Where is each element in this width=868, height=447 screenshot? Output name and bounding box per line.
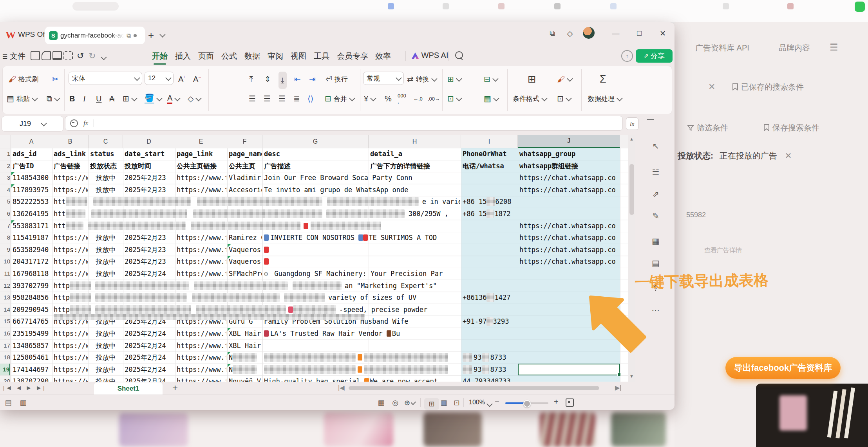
status-filter-chip[interactable]: 投放状态: 正在投放的广告 ✕ (678, 150, 792, 161)
row-header-14[interactable]: 14 (0, 304, 10, 316)
save-search-button[interactable]: 保存搜索条件 (764, 123, 819, 133)
tab-insert[interactable]: 插入 (175, 51, 191, 61)
row-header-15[interactable]: 15 (0, 315, 10, 328)
cell-D16[interactable]: 2025年2月24 (125, 328, 174, 340)
redo-icon[interactable]: ↻ (89, 51, 96, 61)
cell-F18[interactable]: N (229, 351, 262, 364)
cell-B10[interactable]: https://www.facebook (54, 256, 88, 268)
cell-B3[interactable]: https://www.facebook (54, 172, 88, 184)
chart-panel-icon[interactable]: ▦ (647, 233, 664, 249)
cell-G9[interactable] (264, 244, 368, 256)
file-menu[interactable]: ☰ 文件 (2, 51, 25, 61)
sheet-tab-sheet1[interactable]: Sheet1 (94, 382, 163, 395)
cell-B4[interactable]: https://www.facebook (54, 184, 88, 196)
cell-E16[interactable]: https://www.facebook (177, 328, 226, 340)
share-button[interactable]: ⇗分享 (636, 49, 673, 63)
cell-D10[interactable]: 2025年2月23 (125, 256, 174, 268)
minimize-button[interactable]: — (610, 27, 622, 39)
cell-J8[interactable]: https://chat.whatsapp.co (519, 232, 619, 244)
save-icon[interactable] (31, 51, 40, 60)
normal-view-icon[interactable]: ⊞ (424, 398, 439, 410)
cell-I6[interactable]: +86 151872 (463, 208, 517, 220)
close-panel-icon[interactable]: ✕ (708, 82, 715, 92)
sheet-nav-arrows[interactable]: |◀ ◀ ▶ ▶| (3, 385, 47, 391)
cell-D11[interactable]: 2025年2月24 (125, 268, 174, 280)
row-header-18[interactable]: 18 (0, 351, 10, 364)
cell-F8[interactable]: Ramirez C (229, 232, 262, 244)
column-header-H[interactable]: H (369, 135, 461, 148)
cell-J9[interactable]: https://chat.whatsapp.co (519, 244, 619, 256)
cell-E8[interactable]: https://www.facebook (177, 232, 226, 244)
page-layout-icon[interactable]: ⊡ (452, 398, 462, 407)
search-icon[interactable] (455, 51, 463, 59)
zoom-slider[interactable] (505, 402, 548, 404)
cell-I20[interactable]: 44 793348733 (463, 375, 517, 382)
cell-F20[interactable]: Nguyễn Vi (229, 375, 262, 382)
row-header-9[interactable]: 9 (0, 244, 10, 256)
tab-page[interactable]: 页面 (198, 51, 214, 61)
cell-G18[interactable] (264, 351, 460, 364)
cell-G8[interactable]: INVIERTE CON NOSOTROS TE SURTIMOS A TOD (264, 232, 460, 244)
cell-J4[interactable]: https://chat.whatsapp.co (519, 184, 619, 196)
cell-E3[interactable]: https://www.facebook (177, 172, 226, 184)
cell-B17[interactable]: https://www.facebook (54, 340, 88, 352)
cell-F17[interactable]: XBL Hair (229, 340, 262, 352)
cell-E1[interactable]: page_link (177, 148, 226, 160)
target-icon[interactable]: ◎ (390, 398, 400, 407)
cell-I15[interactable]: +91-973293 (463, 315, 517, 328)
tab-formula[interactable]: 公式 (221, 51, 237, 61)
cell-F1[interactable]: page_name (229, 148, 262, 160)
justify-icon[interactable]: ≣ (293, 91, 300, 106)
quickbar-chevron[interactable] (101, 53, 105, 62)
cut-icon[interactable]: ✂ (52, 72, 59, 87)
column-header-B[interactable]: B (52, 135, 89, 148)
cell-D20[interactable]: 2025年2月24 (125, 375, 174, 382)
row-header-5[interactable]: 5 (0, 196, 10, 208)
cell-E20[interactable]: https://www.facebook (177, 375, 226, 382)
font-color-icon[interactable]: A (167, 91, 179, 106)
export-ads-library-button[interactable]: 导出facebook广告资料库 (725, 357, 841, 379)
document-panel-icon[interactable]: ▤ (647, 255, 664, 271)
cell-D9[interactable]: 2025年2月23 (125, 244, 174, 256)
sum-icon[interactable]: Σ (600, 72, 606, 87)
formula-bar[interactable]: fx (65, 116, 623, 131)
number-format-select[interactable]: 常规 (363, 72, 404, 85)
zoom-chevron[interactable] (487, 401, 491, 408)
cell-F4[interactable]: Accesorios (229, 184, 262, 196)
cell-A4[interactable]: 117893975 (13, 184, 51, 196)
maximize-button[interactable]: □ (633, 27, 645, 39)
tab-data[interactable]: 数据 (244, 51, 260, 61)
cell-A16[interactable]: 235195499 (13, 328, 51, 340)
background-nav-ads-library-api[interactable]: 广告资料库 API (695, 43, 749, 53)
align-left-icon[interactable]: ☰ (249, 91, 256, 106)
cell-A12[interactable]: 393702799 (13, 280, 51, 292)
cell-F16[interactable]: XBL Hair (229, 328, 262, 340)
fx-icon[interactable]: fx (83, 119, 88, 127)
cell-B18[interactable]: https://www.facebook (54, 351, 88, 364)
fill-color-icon[interactable]: 🪣 (145, 91, 161, 106)
column-header-D[interactable]: D (123, 135, 175, 148)
cell-A8[interactable]: 115419187 (13, 232, 51, 244)
conditional-format-button[interactable]: 条件格式 (513, 91, 546, 106)
cell-G11[interactable]: ⚙Guangdong SF Machinery: Your Precision … (264, 268, 460, 280)
cell-J10[interactable]: https://chat.whatsapp.co (519, 256, 619, 268)
cell-D19[interactable]: 2025年2月24 (125, 364, 174, 376)
view-ad-detail-link[interactable]: 查看广告详情 (704, 247, 742, 255)
row-header-3[interactable]: 3 (0, 172, 10, 184)
cell-A20[interactable]: 138707290 (13, 375, 51, 382)
cell-A19[interactable]: 174144697 (13, 364, 51, 376)
cell-A3[interactable]: 114854300 (13, 172, 51, 184)
cell-E11[interactable]: https://www.facebook (177, 268, 226, 280)
remove-filter-icon[interactable]: ✕ (785, 151, 792, 160)
bold-icon[interactable]: B (69, 91, 75, 106)
eraser-icon[interactable]: ◇ (188, 91, 200, 106)
scroll-up-icon[interactable]: ▲ (629, 137, 634, 141)
tab-member[interactable]: 会员专享 (337, 51, 368, 61)
cell-F2[interactable]: 公共主页 (229, 160, 262, 172)
saved-search-link[interactable]: 已保存的搜索条件 (732, 82, 804, 92)
align-bottom-icon[interactable]: ⤓ (278, 72, 287, 89)
cell-C4[interactable]: 投放中 (89, 184, 123, 196)
row-header-7[interactable]: 7 (0, 220, 10, 232)
cell-J7[interactable]: https://chat.whatsapp.co (519, 220, 619, 232)
scroll-down-icon[interactable]: ▼ (629, 374, 634, 379)
